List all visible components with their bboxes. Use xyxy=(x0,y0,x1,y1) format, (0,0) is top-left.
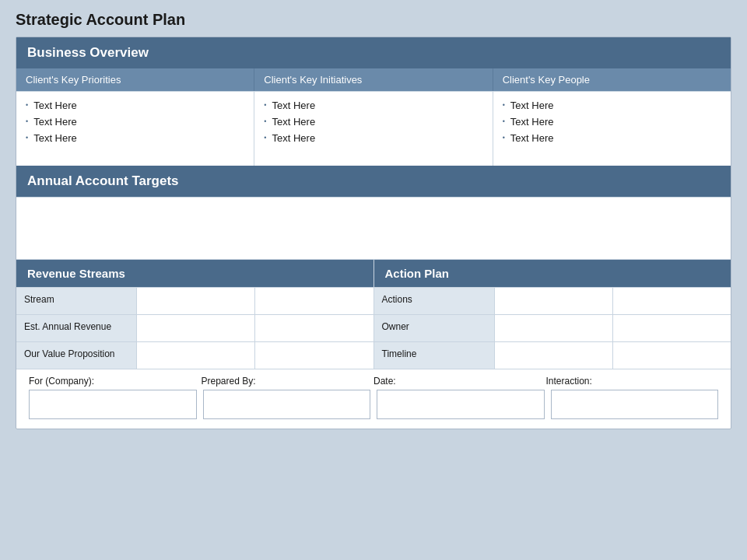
bullet-icon: • xyxy=(264,101,266,109)
annual-revenue-cell-2 xyxy=(255,315,373,341)
column-headers-row: Client's Key Priorities Client's Key Ini… xyxy=(16,68,731,91)
value-prop-cell-2 xyxy=(255,342,373,369)
owner-label: Owner xyxy=(374,315,495,341)
value-prop-cell-1 xyxy=(137,342,255,369)
list-item: • Text Here xyxy=(503,100,721,111)
stream-label: Stream xyxy=(16,288,137,314)
list-item: • Text Here xyxy=(503,132,721,144)
bullet-icon: • xyxy=(503,117,505,125)
list-item: • Text Here xyxy=(264,116,482,128)
bullet-icon: • xyxy=(26,117,28,125)
bullet-icon: • xyxy=(503,101,505,109)
stream-cell-1 xyxy=(137,288,255,314)
col-header-initiatives: Client's Key Initiatives xyxy=(254,68,493,91)
people-cell: • Text Here • Text Here • Text Here xyxy=(493,92,731,166)
annual-revenue-label: Est. Annual Revenue xyxy=(16,315,137,341)
footer-label-prepared: Prepared By: xyxy=(202,376,374,390)
business-overview-section: Business Overview Client's Key Prioritie… xyxy=(16,37,731,166)
footer-section: For (Company): Prepared By: Date: Intera… xyxy=(16,369,731,390)
footer-label-date: Date: xyxy=(374,376,546,390)
priority-item-3: Text Here xyxy=(33,132,77,144)
actions-cell-1 xyxy=(495,288,613,314)
footer-inputs-wrapper xyxy=(16,390,731,429)
page-title: Strategic Account Plan xyxy=(0,0,747,37)
business-overview-content-row: • Text Here • Text Here • Text Here • Te… xyxy=(16,91,731,166)
annual-targets-content xyxy=(16,197,731,259)
footer-input-date[interactable] xyxy=(377,390,545,419)
priority-item-1: Text Here xyxy=(33,100,77,111)
annual-revenue-cell-1 xyxy=(137,315,255,341)
value-prop-label: Our Value Proposition xyxy=(16,342,137,369)
footer-label-interaction: Interaction: xyxy=(546,376,719,390)
stream-cell-2 xyxy=(255,288,373,314)
owner-cell-1 xyxy=(495,315,613,341)
revenue-streams-section: Revenue Streams Stream Est. Annual Reven… xyxy=(16,260,374,369)
list-item: • Text Here xyxy=(264,132,482,144)
initiatives-cell: • Text Here • Text Here • Text Here xyxy=(254,92,493,166)
action-plan-header: Action Plan xyxy=(374,260,731,287)
annual-targets-header: Annual Account Targets xyxy=(16,166,731,197)
business-overview-header: Business Overview xyxy=(16,37,731,68)
footer-input-prepared[interactable] xyxy=(203,390,371,419)
footer-labels-row: For (Company): Prepared By: Date: Intera… xyxy=(29,376,718,390)
footer-inputs-row xyxy=(29,390,718,419)
initiative-item-1: Text Here xyxy=(272,100,315,111)
col-header-priorities: Client's Key Priorities xyxy=(16,68,254,91)
owner-row: Owner xyxy=(374,314,731,341)
priorities-cell: • Text Here • Text Here • Text Here xyxy=(16,92,254,166)
annual-revenue-row: Est. Annual Revenue xyxy=(16,314,374,341)
actions-label: Actions xyxy=(374,288,495,314)
list-item: • Text Here xyxy=(26,132,244,144)
timeline-label: Timeline xyxy=(374,342,495,369)
bullet-icon: • xyxy=(503,134,505,142)
timeline-row: Timeline xyxy=(374,341,731,369)
list-item: • Text Here xyxy=(26,100,244,111)
people-item-3: Text Here xyxy=(510,132,554,144)
people-item-1: Text Here xyxy=(510,100,554,111)
initiative-item-2: Text Here xyxy=(272,116,315,128)
priority-item-2: Text Here xyxy=(33,116,77,128)
bullet-icon: • xyxy=(264,134,266,142)
footer-input-company[interactable] xyxy=(29,390,197,419)
actions-row: Actions xyxy=(374,287,731,314)
initiative-item-3: Text Here xyxy=(272,132,315,144)
people-item-2: Text Here xyxy=(510,116,554,128)
owner-cell-2 xyxy=(613,315,731,341)
main-container: Business Overview Client's Key Prioritie… xyxy=(16,37,731,429)
revenue-streams-header: Revenue Streams xyxy=(16,260,374,287)
revenue-stream-row: Stream xyxy=(16,287,374,314)
bottom-sections: Revenue Streams Stream Est. Annual Reven… xyxy=(16,259,731,369)
timeline-cell-1 xyxy=(495,342,613,369)
list-item: • Text Here xyxy=(264,100,482,111)
value-prop-row: Our Value Proposition xyxy=(16,341,374,369)
actions-cell-2 xyxy=(613,288,731,314)
list-item: • Text Here xyxy=(26,116,244,128)
col-header-people: Client's Key People xyxy=(493,68,731,91)
bullet-icon: • xyxy=(26,101,28,109)
timeline-cell-2 xyxy=(613,342,731,369)
bullet-icon: • xyxy=(264,117,266,125)
bullet-icon: • xyxy=(26,134,28,142)
footer-input-interaction[interactable] xyxy=(551,390,719,419)
footer-label-company: For (Company): xyxy=(29,376,202,390)
action-plan-section: Action Plan Actions Owner Timeline xyxy=(374,260,731,369)
list-item: • Text Here xyxy=(503,116,721,128)
annual-targets-section: Annual Account Targets xyxy=(16,166,731,259)
